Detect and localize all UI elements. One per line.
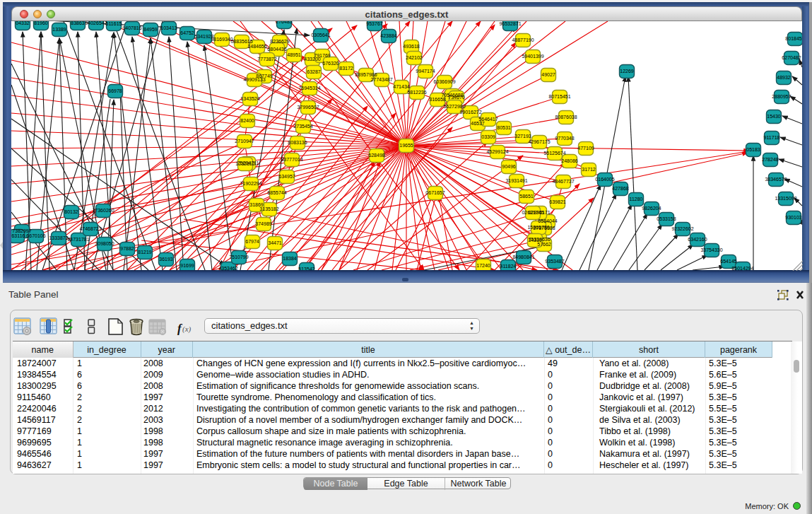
svg-text:5812236: 5812236	[407, 90, 426, 95]
svg-text:59401399: 59401399	[522, 54, 543, 59]
svg-text:99016272: 99016272	[459, 110, 481, 115]
svg-text:2735454: 2735454	[293, 124, 312, 129]
svg-text:55125674: 55125674	[543, 151, 565, 156]
svg-text:423884: 423884	[380, 33, 396, 38]
svg-text:31931491: 31931491	[505, 178, 527, 183]
svg-text:33754330: 33754330	[700, 247, 722, 252]
svg-text:76945314: 76945314	[298, 86, 320, 90]
svg-text:9826204: 9826204	[642, 206, 661, 211]
svg-text:46537: 46537	[471, 121, 485, 126]
svg-text:15865780: 15865780	[527, 225, 549, 230]
svg-text:11280: 11280	[630, 197, 643, 201]
svg-text:8083136: 8083136	[288, 140, 307, 145]
svg-text:791769: 791769	[314, 53, 330, 58]
svg-text:60366909: 60366909	[433, 79, 455, 84]
svg-text:36193: 36193	[159, 257, 173, 262]
svg-text:9947174: 9947174	[416, 69, 435, 74]
svg-text:0305641: 0305641	[311, 33, 330, 37]
svg-text:13389: 13389	[52, 27, 66, 32]
svg-text:92322602: 92322602	[671, 226, 693, 231]
svg-text:83172: 83172	[339, 66, 353, 71]
svg-text:94026542: 94026542	[85, 21, 107, 25]
svg-text:6342160: 6342160	[688, 237, 707, 242]
svg-text:77360260: 77360260	[92, 208, 114, 213]
svg-text:12269: 12269	[620, 69, 634, 74]
svg-text:654145: 654145	[720, 259, 736, 264]
svg-text:8236629: 8236629	[270, 39, 289, 44]
svg-text:90496: 90496	[502, 164, 516, 169]
svg-text:88957986: 88957986	[355, 72, 377, 77]
svg-text:493618: 493618	[403, 44, 419, 49]
svg-text:42967175: 42967175	[528, 139, 550, 144]
svg-text:411824: 411824	[500, 264, 517, 269]
svg-text:05183: 05183	[746, 147, 760, 152]
svg-text:56272980: 56272980	[443, 104, 465, 109]
svg-text:6804436: 6804436	[267, 47, 286, 52]
svg-text:6855744: 6855744	[267, 190, 286, 195]
svg-text:83863: 83863	[71, 21, 85, 25]
svg-text:8018451: 8018451	[785, 36, 802, 41]
svg-text:19655: 19655	[399, 143, 413, 148]
svg-text:9353487: 9353487	[545, 259, 564, 264]
svg-text:471434: 471434	[393, 84, 409, 89]
svg-text:316658: 316658	[429, 97, 445, 102]
svg-text:6270482: 6270482	[782, 55, 801, 60]
svg-text:80876038: 80876038	[555, 115, 577, 119]
svg-text:7773872: 7773872	[257, 57, 276, 62]
svg-text:5646417: 5646417	[478, 117, 498, 122]
svg-text:84980841: 84980841	[512, 255, 534, 259]
svg-text:9407816: 9407816	[122, 25, 141, 30]
svg-text:763116: 763116	[11, 233, 25, 238]
svg-text:84959: 84959	[143, 27, 158, 32]
svg-text:676320: 676320	[322, 61, 339, 66]
svg-text:1333872: 1333872	[49, 235, 68, 240]
svg-text:248086: 248086	[561, 158, 577, 163]
svg-text:17240: 17240	[476, 263, 490, 268]
svg-text:66978: 66978	[108, 88, 122, 93]
svg-text:477109: 477109	[577, 146, 594, 151]
svg-text:98169340: 98169340	[211, 37, 233, 42]
svg-text:(x): (x)	[182, 325, 192, 334]
svg-text:31712: 31712	[582, 167, 596, 172]
svg-text:71902294: 71902294	[240, 181, 261, 186]
svg-text:2880957: 2880957	[772, 94, 791, 99]
svg-text:953767: 953767	[366, 21, 382, 26]
svg-text:734670: 734670	[448, 95, 464, 100]
svg-text:374989: 374989	[255, 221, 271, 226]
svg-text:34316: 34316	[528, 238, 542, 243]
svg-text:278248: 278248	[762, 157, 778, 162]
svg-text:427868: 427868	[612, 186, 628, 191]
svg-text:0533158: 0533158	[657, 216, 676, 221]
svg-text:628498: 628498	[368, 153, 384, 158]
svg-text:513542: 513542	[298, 267, 314, 270]
svg-text:45299124: 45299124	[486, 149, 508, 154]
svg-text:27743487: 27743487	[370, 77, 392, 82]
svg-text:37996507: 37996507	[297, 105, 319, 110]
svg-text:81960: 81960	[34, 21, 48, 25]
svg-text:911718: 911718	[764, 135, 780, 140]
svg-text:80531: 80531	[497, 125, 511, 130]
svg-text:24731781: 24731781	[67, 237, 89, 242]
svg-text:6670106: 6670106	[26, 233, 45, 238]
svg-text:83777014: 83777014	[281, 157, 302, 162]
svg-text:82400: 82400	[240, 118, 254, 123]
svg-text:47468723: 47468723	[79, 226, 101, 231]
svg-text:80715451: 80715451	[548, 94, 570, 99]
svg-text:0164005: 0164005	[595, 177, 614, 182]
svg-text:13315098: 13315098	[775, 196, 796, 201]
svg-text:63287: 63287	[307, 69, 321, 74]
svg-text:3135182: 3135182	[259, 206, 278, 211]
svg-text:57662: 57662	[537, 242, 551, 247]
svg-text:511615: 511615	[106, 21, 122, 26]
svg-text:08835615: 08835615	[230, 39, 252, 44]
svg-text:3098050: 3098050	[95, 241, 114, 246]
svg-text:639821: 639821	[549, 199, 565, 204]
svg-text:67974: 67974	[245, 239, 259, 244]
svg-text:9770348: 9770348	[555, 136, 574, 141]
svg-text:2710947: 2710947	[235, 139, 254, 144]
svg-text:1484656: 1484656	[247, 44, 266, 49]
svg-text:6584044: 6584044	[538, 218, 557, 223]
svg-text:64752: 64752	[180, 30, 194, 35]
svg-text:58651: 58651	[519, 194, 534, 199]
svg-text:85014294: 85014294	[731, 266, 753, 270]
